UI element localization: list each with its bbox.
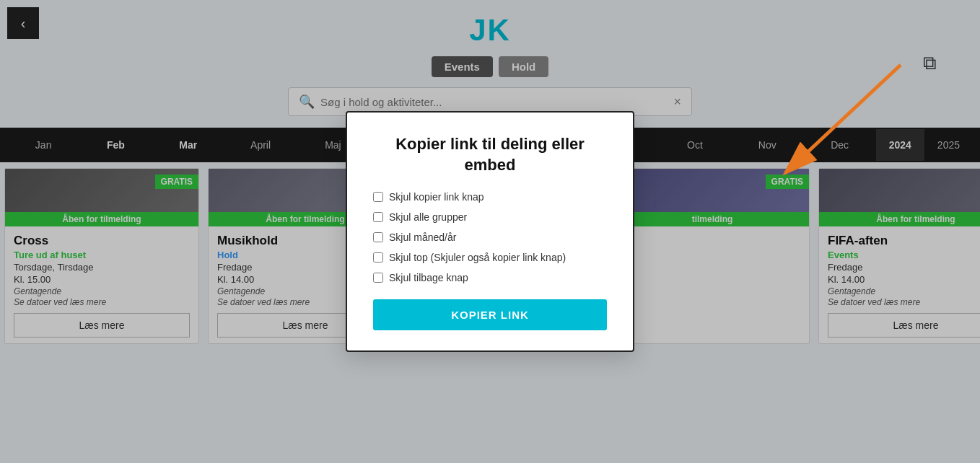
modal-option-label-2: Skjul måned/år [389, 232, 456, 243]
modal-option-label-3: Skjul top (Skjuler også kopier link knap… [389, 252, 566, 263]
modal-option-2: Skjul måned/år [373, 232, 607, 243]
modal-overlay[interactable]: Kopier link til deling eller embed Skjul… [0, 0, 980, 463]
modal-checkbox-2[interactable] [373, 232, 383, 242]
modal-checkbox-0[interactable] [373, 192, 383, 202]
modal-option-label-4: Skjul tilbage knap [389, 272, 468, 283]
modal-option-3: Skjul top (Skjuler også kopier link knap… [373, 252, 607, 263]
modal-checkbox-1[interactable] [373, 212, 383, 222]
modal-option-1: Skjul alle grupper [373, 211, 607, 223]
modal-checkbox-3[interactable] [373, 252, 383, 263]
copy-link-button[interactable]: KOPIER LINK [373, 299, 607, 330]
modal-option-label-0: Skjul kopier link knap [389, 191, 484, 203]
modal-title: Kopier link til deling eller embed [373, 134, 607, 175]
copy-link-modal: Kopier link til deling eller embed Skjul… [346, 111, 634, 352]
modal-option-0: Skjul kopier link knap [373, 191, 607, 203]
modal-checkbox-4[interactable] [373, 273, 383, 283]
modal-option-4: Skjul tilbage knap [373, 272, 607, 283]
modal-option-label-1: Skjul alle grupper [389, 211, 467, 223]
